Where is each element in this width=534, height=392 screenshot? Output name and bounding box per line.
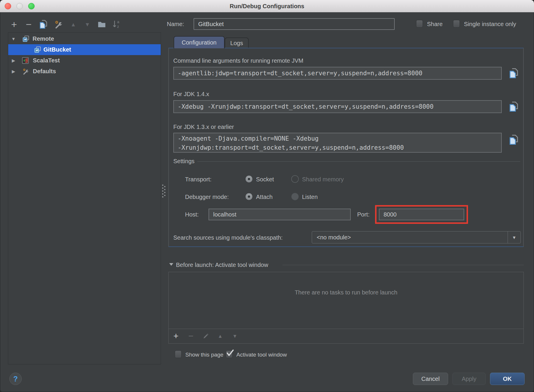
minus-icon: − (26, 19, 32, 29)
create-folder-button[interactable] (96, 18, 107, 30)
jdk13-line1: -Xnoagent -Djava.compiler=NONE -Xdebug (178, 134, 501, 143)
tab-configuration[interactable]: Configuration (174, 36, 225, 48)
copy-configuration-button[interactable] (38, 18, 49, 30)
copy-cmd-args-button[interactable] (507, 66, 520, 80)
configurations-tree: ▼ Remote GitBucket ▶ (8, 32, 161, 364)
jdk14-label: For JDK 1.4.x (173, 91, 209, 98)
window-title: Run/Debug Configurations (0, 0, 534, 12)
before-launch-divider (282, 265, 524, 265)
edit-defaults-button[interactable] (52, 18, 64, 30)
plus-icon: + (11, 19, 17, 29)
cancel-button[interactable]: Cancel (413, 373, 448, 385)
tree-item-gitbucket[interactable]: GitBucket (8, 44, 161, 55)
dropdown-arrow-button[interactable]: ▼ (508, 231, 521, 243)
zoom-window-button[interactable] (28, 3, 35, 9)
shared-memory-label: Shared memory (302, 176, 344, 183)
minimize-window-button[interactable] (16, 3, 23, 9)
tree-item-defaults[interactable]: ▶ Defaults (8, 66, 161, 77)
copy-icon (509, 134, 519, 145)
tree-item-remote[interactable]: ▼ Remote (8, 33, 161, 44)
arrow-down-icon: ▼ (85, 22, 90, 27)
before-launch-title: Before launch: Activate tool window (176, 262, 268, 268)
debugger-mode-label: Debugger mode: (185, 194, 229, 200)
arrow-up-icon: ▲ (218, 334, 223, 339)
before-launch-task-list: There are no tasks to run before launch … (168, 272, 524, 344)
show-this-page-checkbox[interactable] (175, 350, 182, 358)
empty-tasks-message: There are no tasks to run before launch (169, 289, 523, 296)
panel-splitter-handle[interactable] (162, 185, 163, 186)
copy-icon (39, 20, 48, 29)
cmd-args-field[interactable]: -agentlib:jdwp=transport=dt_socket,serve… (173, 67, 502, 80)
plus-icon: + (173, 332, 179, 340)
transport-label: Transport: (185, 176, 211, 183)
chevron-down-icon: ▼ (512, 235, 516, 240)
single-instance-checkbox[interactable] (453, 20, 460, 28)
module-classpath-value: <no module> (317, 231, 351, 243)
host-input[interactable]: localhost (208, 209, 351, 220)
arrow-up-icon: ▲ (71, 22, 76, 27)
single-instance-label: Single instance only (464, 21, 516, 28)
sort-configurations-button[interactable]: a z (111, 18, 122, 30)
titlebar: Run/Debug Configurations (0, 0, 534, 12)
module-classpath-select[interactable]: <no module> ▼ (312, 231, 521, 243)
attach-label: Attach (256, 194, 273, 200)
move-task-up-button[interactable]: ▲ (216, 331, 225, 341)
defaults-wrench-icon (22, 68, 29, 75)
copy-jdk14-button[interactable] (507, 100, 520, 114)
listen-radio[interactable] (291, 193, 299, 200)
question-mark-icon: ? (13, 375, 18, 383)
move-down-button[interactable]: ▼ (82, 18, 93, 30)
add-configuration-button[interactable]: + (9, 18, 20, 30)
search-sources-label: Search sources using module's classpath: (173, 234, 283, 241)
remove-task-button[interactable]: − (187, 331, 195, 341)
copy-icon (509, 101, 519, 112)
share-label: Share (427, 21, 443, 28)
share-checkbox[interactable] (416, 20, 423, 28)
name-label: Name: (167, 21, 184, 28)
tree-item-scalatest[interactable]: ▶ ScalaTest (8, 55, 161, 66)
remove-configuration-button[interactable]: − (23, 18, 34, 30)
move-task-down-button[interactable]: ▼ (230, 331, 239, 341)
remote-config-icon (34, 46, 41, 53)
jdk13-label: For JDK 1.3.x or earlier (173, 124, 234, 130)
svg-text:a: a (117, 20, 119, 24)
port-label: Port: (357, 211, 369, 218)
copy-icon (509, 68, 519, 79)
edit-task-button[interactable] (201, 331, 210, 341)
activate-tool-window-label: Activate tool window (236, 352, 287, 358)
move-up-button[interactable]: ▲ (68, 18, 79, 30)
wrench-icon (53, 20, 63, 29)
task-toolbar-divider (169, 329, 523, 329)
name-input[interactable]: GitBucket (194, 18, 395, 30)
close-window-button[interactable] (5, 3, 11, 9)
collapse-arrow-icon[interactable]: ▼ (11, 36, 16, 41)
before-launch-collapse-arrow[interactable] (169, 263, 173, 266)
remote-config-icon (22, 35, 30, 42)
copy-jdk13-button[interactable] (507, 133, 520, 147)
add-task-button[interactable]: + (172, 331, 180, 341)
checkmark-icon (226, 348, 235, 358)
cmd-args-label: Command line arguments for running remot… (173, 57, 304, 64)
expand-arrow-icon[interactable]: ▶ (11, 69, 16, 74)
configuration-tab-panel: Command line arguments for running remot… (168, 48, 524, 247)
shared-memory-radio[interactable] (291, 175, 299, 183)
show-this-page-label: Show this page (185, 352, 223, 358)
jdk13-field[interactable]: -Xnoagent -Djava.compiler=NONE -Xdebug -… (173, 133, 502, 153)
run-debug-configurations-dialog: Run/Debug Configurations + − ▲ ▼ a (0, 0, 534, 392)
attach-radio[interactable] (245, 193, 253, 200)
svg-text:z: z (117, 24, 119, 29)
help-button[interactable]: ? (9, 373, 22, 385)
socket-label: Socket (256, 176, 274, 183)
expand-arrow-icon[interactable]: ▶ (11, 58, 16, 63)
tab-logs[interactable]: Logs (225, 38, 249, 48)
settings-divider (197, 161, 520, 162)
ok-button[interactable]: OK (490, 373, 525, 385)
apply-button[interactable]: Apply (452, 373, 486, 385)
activate-tool-window-checkbox[interactable] (226, 350, 233, 358)
port-input[interactable]: 8000 (379, 209, 464, 220)
settings-section-label: Settings (173, 158, 194, 165)
jdk14-field[interactable]: -Xdebug -Xrunjdwp:transport=dt_socket,se… (173, 100, 502, 113)
listen-label: Listen (302, 194, 318, 200)
arrow-down-icon: ▼ (233, 334, 238, 339)
socket-radio[interactable] (245, 175, 253, 183)
